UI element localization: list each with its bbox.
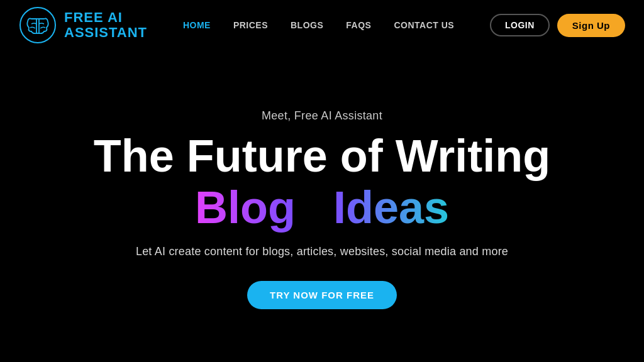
nav-links: HOME PRICES BLOGS FAQS CONTACT US	[183, 19, 454, 31]
nav-item-faqs[interactable]: FAQS	[346, 19, 371, 31]
try-now-button[interactable]: TRY NOW FOR FREE	[247, 281, 397, 309]
hero-description: Let AI create content for blogs, article…	[136, 245, 508, 258]
nav-item-prices[interactable]: PRICES	[233, 19, 268, 31]
nav-buttons: LOGIN Sign Up	[490, 14, 625, 37]
hero-section: Meet, Free AI Assistant The Future of Wr…	[0, 50, 644, 362]
navbar: FREE AI ASSISTANT HOME PRICES BLOGS FAQS…	[0, 0, 644, 50]
signup-button[interactable]: Sign Up	[557, 14, 625, 37]
hero-title-line2: Blog Ideas	[195, 183, 449, 233]
logo-line1: FREE AI	[64, 10, 147, 25]
nav-link-contact[interactable]: CONTACT US	[394, 20, 454, 30]
login-button[interactable]: LOGIN	[490, 14, 550, 36]
nav-link-faqs[interactable]: FAQS	[346, 20, 371, 30]
nav-item-contact[interactable]: CONTACT US	[394, 19, 454, 31]
hero-title-line1: The Future of Writing	[94, 133, 551, 180]
hero-subtitle: Meet, Free AI Assistant	[262, 109, 382, 123]
svg-point-0	[20, 8, 55, 43]
logo-line2: ASSISTANT	[64, 25, 147, 40]
nav-item-home[interactable]: HOME	[183, 19, 211, 31]
nav-item-blogs[interactable]: BLOGS	[291, 19, 323, 31]
brain-logo-icon	[19, 6, 57, 44]
hero-word-blog: Blog	[195, 182, 296, 233]
nav-link-home[interactable]: HOME	[183, 20, 211, 30]
hero-word-ideas: Ideas	[333, 182, 449, 233]
nav-link-prices[interactable]: PRICES	[233, 20, 268, 30]
logo: FREE AI ASSISTANT	[19, 6, 147, 44]
logo-text: FREE AI ASSISTANT	[64, 10, 147, 40]
nav-link-blogs[interactable]: BLOGS	[291, 20, 323, 30]
